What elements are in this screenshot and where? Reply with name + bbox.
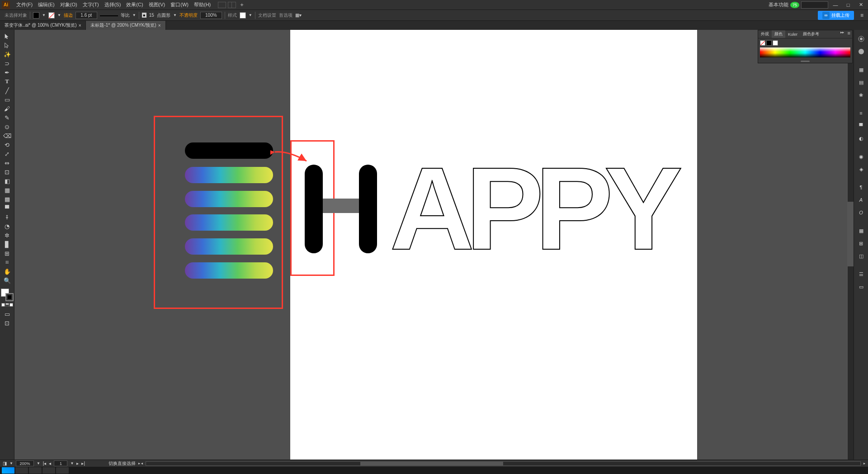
- shape-builder-tool[interactable]: ◧: [2, 176, 13, 185]
- color-panel-icon[interactable]: [856, 33, 867, 44]
- zoom-input[interactable]: [16, 460, 34, 466]
- color-guide-icon[interactable]: [856, 46, 867, 57]
- swatches-icon[interactable]: ▦: [856, 64, 867, 75]
- page-input[interactable]: [54, 460, 67, 466]
- menu-view[interactable]: 视图(V): [146, 1, 168, 8]
- stroke-color-swatch[interactable]: [5, 293, 14, 301]
- type-tool[interactable]: T: [2, 77, 13, 86]
- kuler-tab[interactable]: Kuler: [785, 30, 800, 38]
- notification-badge[interactable]: 75: [790, 2, 799, 8]
- color-mode-swatch[interactable]: [1, 303, 5, 307]
- hand-tool[interactable]: ✋: [2, 267, 13, 276]
- blend-tool[interactable]: ◔: [2, 222, 13, 231]
- stroke-preview[interactable]: [100, 14, 118, 16]
- letter-h-right-stroke[interactable]: [359, 165, 377, 253]
- stroke-weight-input[interactable]: [75, 12, 97, 19]
- scale-tool[interactable]: ⤢: [2, 149, 13, 158]
- gradient-tool[interactable]: ▀: [2, 204, 13, 213]
- gradient-mode-swatch[interactable]: [5, 303, 9, 307]
- gradient-pill-shape[interactable]: [185, 167, 273, 183]
- taskbar-icon[interactable]: [56, 467, 69, 474]
- close-button[interactable]: ✕: [855, 1, 866, 9]
- search-input[interactable]: [801, 1, 828, 9]
- align-icon[interactable]: ▦: [856, 225, 867, 236]
- close-icon[interactable]: ×: [79, 23, 81, 28]
- fill-swatch[interactable]: [33, 12, 39, 19]
- transparency-icon[interactable]: ◐: [856, 133, 867, 144]
- nav-last-icon[interactable]: ▸|: [81, 461, 85, 466]
- paintbrush-tool[interactable]: 🖌: [2, 104, 13, 113]
- menu-select[interactable]: 选择(S): [102, 1, 124, 8]
- transform-icon[interactable]: ⊞: [856, 238, 867, 249]
- graph-tool[interactable]: ▊: [2, 240, 13, 249]
- gradient-panel-icon[interactable]: ▀: [856, 120, 867, 131]
- upload-button[interactable]: ∞ 挂载上传: [818, 11, 854, 20]
- black-pill-shape[interactable]: [185, 142, 273, 159]
- stroke-panel-icon[interactable]: ≡: [856, 108, 867, 118]
- maximize-button[interactable]: □: [843, 1, 854, 9]
- symbol-sprayer-tool[interactable]: ✲: [2, 231, 13, 240]
- artboard-tool[interactable]: ⊞: [2, 249, 13, 258]
- graphic-styles-icon[interactable]: ◈: [856, 164, 867, 175]
- direct-selection-tool[interactable]: [2, 41, 13, 50]
- doc-arrangement-icon[interactable]: [218, 2, 226, 8]
- white-swatch[interactable]: [773, 40, 778, 46]
- nav-first-icon[interactable]: |◂: [43, 461, 47, 466]
- layers-icon[interactable]: ☰: [856, 269, 867, 280]
- color-spectrum[interactable]: [760, 47, 850, 57]
- color-guide-tab[interactable]: 颜色参考: [800, 30, 822, 38]
- character-icon[interactable]: ¶: [856, 182, 867, 193]
- canvas[interactable]: APPY: [14, 30, 854, 460]
- gradient-pill-shape[interactable]: [185, 214, 273, 231]
- magic-wand-tool[interactable]: ✨: [2, 50, 13, 59]
- style-swatch[interactable]: [240, 12, 246, 19]
- rectangle-tool[interactable]: ▭: [2, 95, 13, 104]
- letter-h-left-stroke[interactable]: [305, 165, 323, 253]
- gradient-pill-shape[interactable]: [185, 238, 273, 255]
- mesh-tool[interactable]: ▩: [2, 194, 13, 204]
- vertical-scrollbar[interactable]: [847, 30, 854, 460]
- free-transform-tool[interactable]: ⊡: [2, 167, 13, 176]
- menu-object[interactable]: 对象(O): [57, 1, 80, 8]
- statusbar-icon[interactable]: ◨: [3, 461, 7, 466]
- menu-window[interactable]: 窗口(W): [168, 1, 191, 8]
- brushes-icon[interactable]: ▤: [856, 77, 867, 88]
- none-swatch[interactable]: [760, 40, 765, 46]
- menu-edit[interactable]: 编辑(E): [35, 1, 57, 8]
- brush-icon[interactable]: ✦: [240, 2, 244, 8]
- screen-mode-tool[interactable]: ▭: [2, 309, 13, 318]
- pen-tool[interactable]: ✒: [2, 68, 13, 77]
- artboards-icon[interactable]: ▭: [856, 281, 867, 292]
- taskbar-icon[interactable]: [42, 467, 55, 474]
- screen-mode-tool-2[interactable]: ⊡: [2, 318, 13, 327]
- appearance-tab[interactable]: 外观: [758, 30, 772, 38]
- eraser-tool[interactable]: ⌫: [2, 131, 13, 140]
- docsetup-button[interactable]: 文档设置: [258, 12, 276, 19]
- taskbar-icon[interactable]: [15, 467, 28, 474]
- width-tool[interactable]: ⇔: [2, 158, 13, 167]
- nav-prev-icon[interactable]: ◂: [49, 461, 51, 466]
- minimize-button[interactable]: —: [830, 1, 841, 9]
- color-panel[interactable]: 外观 颜色 Kuler 颜色参考 ▸▸ ≡: [758, 30, 853, 63]
- opentype-icon[interactable]: O: [856, 207, 867, 218]
- opacity-input[interactable]: [200, 12, 222, 19]
- rotate-tool[interactable]: ⟲: [2, 140, 13, 149]
- options-icon[interactable]: ≡: [860, 12, 863, 19]
- outline-text[interactable]: APPY: [390, 165, 674, 253]
- menu-help[interactable]: 帮助(H): [191, 1, 213, 8]
- workspace-label[interactable]: 基本功能: [769, 1, 788, 8]
- zoom-tool[interactable]: 🔍: [2, 276, 13, 285]
- paragraph-icon[interactable]: A: [856, 194, 867, 205]
- panel-chevron-icon[interactable]: ▸▸: [839, 30, 846, 38]
- panel-menu-icon[interactable]: ≡: [846, 30, 852, 38]
- taskbar-icon[interactable]: [2, 467, 14, 474]
- perspective-tool[interactable]: ▦: [2, 185, 13, 194]
- lasso-tool[interactable]: ⊃: [2, 59, 13, 68]
- opacity-label[interactable]: 不透明度: [179, 12, 198, 19]
- eyedropper-tool[interactable]: ⤉: [2, 213, 13, 222]
- selection-tool[interactable]: [2, 32, 13, 41]
- gradient-pill-shape[interactable]: [185, 262, 273, 279]
- document-tab[interactable]: 茶变字体..ai* @ 100% (CMYK/预览) ×: [0, 21, 86, 30]
- line-tool[interactable]: ╱: [2, 86, 13, 95]
- color-tab[interactable]: 颜色: [772, 30, 785, 38]
